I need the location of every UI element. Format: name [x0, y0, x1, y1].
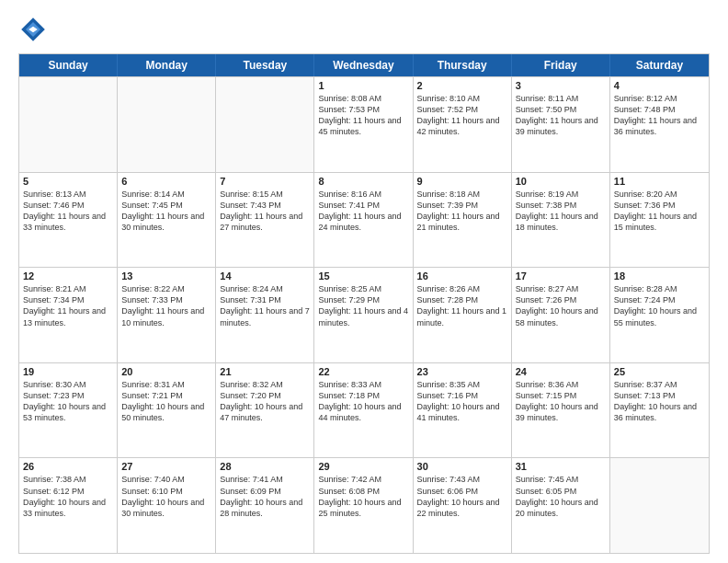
day-info: Sunrise: 7:45 AM Sunset: 6:05 PM Dayligh… [516, 474, 606, 519]
day-info: Sunrise: 8:22 AM Sunset: 7:33 PM Dayligh… [121, 283, 211, 328]
day-number: 31 [516, 461, 606, 472]
day-cell-19: 19Sunrise: 8:30 AM Sunset: 7:23 PM Dayli… [19, 363, 118, 458]
day-number: 6 [121, 176, 211, 187]
day-number: 20 [121, 366, 211, 377]
day-info: Sunrise: 8:33 AM Sunset: 7:18 PM Dayligh… [318, 379, 408, 424]
day-cell-20: 20Sunrise: 8:31 AM Sunset: 7:21 PM Dayli… [118, 363, 216, 458]
day-cell-empty-0-2 [216, 77, 314, 172]
day-cell-30: 30Sunrise: 7:43 AM Sunset: 6:06 PM Dayli… [414, 458, 512, 553]
day-info: Sunrise: 8:30 AM Sunset: 7:23 PM Dayligh… [23, 379, 113, 424]
day-number: 25 [614, 366, 705, 377]
day-info: Sunrise: 8:12 AM Sunset: 7:48 PM Dayligh… [614, 93, 705, 138]
day-number: 27 [121, 461, 211, 472]
calendar-row-2: 5Sunrise: 8:13 AM Sunset: 7:46 PM Daylig… [19, 172, 709, 268]
day-cell-24: 24Sunrise: 8:36 AM Sunset: 7:15 PM Dayli… [512, 363, 610, 458]
day-number: 2 [417, 80, 507, 91]
day-cell-27: 27Sunrise: 7:40 AM Sunset: 6:10 PM Dayli… [118, 458, 216, 553]
day-number: 22 [318, 366, 408, 377]
day-info: Sunrise: 7:43 AM Sunset: 6:06 PM Dayligh… [417, 474, 507, 519]
day-cell-31: 31Sunrise: 7:45 AM Sunset: 6:05 PM Dayli… [512, 458, 610, 553]
day-info: Sunrise: 8:31 AM Sunset: 7:21 PM Dayligh… [121, 379, 211, 424]
header [18, 15, 710, 44]
day-number: 12 [23, 270, 113, 282]
day-cell-1: 1Sunrise: 8:08 AM Sunset: 7:53 PM Daylig… [314, 77, 413, 172]
day-number: 9 [417, 176, 507, 187]
calendar-header: SundayMondayTuesdayWednesdayThursdayFrid… [19, 54, 709, 76]
day-number: 15 [318, 270, 408, 282]
weekday-header-saturday: Saturday [610, 54, 709, 76]
day-cell-10: 10Sunrise: 8:19 AM Sunset: 7:38 PM Dayli… [512, 173, 610, 268]
day-number: 3 [516, 80, 606, 91]
day-info: Sunrise: 8:36 AM Sunset: 7:15 PM Dayligh… [516, 379, 606, 424]
day-cell-18: 18Sunrise: 8:28 AM Sunset: 7:24 PM Dayli… [610, 268, 709, 362]
day-number: 14 [220, 270, 310, 282]
day-number: 13 [121, 270, 211, 282]
day-cell-6: 6Sunrise: 8:14 AM Sunset: 7:45 PM Daylig… [118, 173, 216, 268]
calendar-row-5: 26Sunrise: 7:38 AM Sunset: 6:12 PM Dayli… [19, 457, 709, 553]
day-cell-11: 11Sunrise: 8:20 AM Sunset: 7:36 PM Dayli… [610, 173, 709, 268]
day-cell-empty-0-1 [118, 77, 216, 172]
day-info: Sunrise: 8:27 AM Sunset: 7:26 PM Dayligh… [516, 283, 606, 328]
day-info: Sunrise: 8:20 AM Sunset: 7:36 PM Dayligh… [614, 189, 705, 234]
day-info: Sunrise: 8:35 AM Sunset: 7:16 PM Dayligh… [417, 379, 507, 424]
weekday-header-thursday: Thursday [414, 54, 512, 76]
day-cell-3: 3Sunrise: 8:11 AM Sunset: 7:50 PM Daylig… [512, 77, 610, 172]
calendar-row-4: 19Sunrise: 8:30 AM Sunset: 7:23 PM Dayli… [19, 362, 709, 458]
day-cell-28: 28Sunrise: 7:41 AM Sunset: 6:09 PM Dayli… [216, 458, 314, 553]
weekday-header-sunday: Sunday [19, 54, 118, 76]
day-cell-empty-4-6 [610, 458, 709, 553]
day-info: Sunrise: 8:15 AM Sunset: 7:43 PM Dayligh… [220, 189, 310, 234]
day-info: Sunrise: 7:40 AM Sunset: 6:10 PM Dayligh… [121, 474, 211, 519]
weekday-header-wednesday: Wednesday [314, 54, 413, 76]
day-number: 4 [614, 80, 705, 91]
day-number: 30 [417, 461, 507, 472]
day-info: Sunrise: 7:41 AM Sunset: 6:09 PM Dayligh… [220, 474, 310, 519]
day-info: Sunrise: 8:28 AM Sunset: 7:24 PM Dayligh… [614, 283, 705, 328]
weekday-header-tuesday: Tuesday [216, 54, 314, 76]
day-info: Sunrise: 7:42 AM Sunset: 6:08 PM Dayligh… [318, 474, 408, 519]
day-cell-14: 14Sunrise: 8:24 AM Sunset: 7:31 PM Dayli… [216, 268, 314, 362]
day-number: 5 [23, 176, 113, 187]
day-cell-5: 5Sunrise: 8:13 AM Sunset: 7:46 PM Daylig… [19, 173, 118, 268]
day-cell-12: 12Sunrise: 8:21 AM Sunset: 7:34 PM Dayli… [19, 268, 118, 362]
day-info: Sunrise: 8:13 AM Sunset: 7:46 PM Dayligh… [23, 189, 113, 234]
day-number: 8 [318, 176, 408, 187]
day-number: 29 [318, 461, 408, 472]
logo [18, 15, 51, 44]
logo-icon [18, 15, 48, 44]
day-number: 26 [23, 461, 113, 472]
day-info: Sunrise: 8:19 AM Sunset: 7:38 PM Dayligh… [516, 189, 606, 234]
day-number: 11 [614, 176, 705, 187]
day-cell-23: 23Sunrise: 8:35 AM Sunset: 7:16 PM Dayli… [414, 363, 512, 458]
day-info: Sunrise: 8:21 AM Sunset: 7:34 PM Dayligh… [23, 283, 113, 328]
day-info: Sunrise: 8:08 AM Sunset: 7:53 PM Dayligh… [318, 93, 408, 138]
day-cell-9: 9Sunrise: 8:18 AM Sunset: 7:39 PM Daylig… [414, 173, 512, 268]
day-info: Sunrise: 8:24 AM Sunset: 7:31 PM Dayligh… [220, 283, 310, 328]
day-cell-15: 15Sunrise: 8:25 AM Sunset: 7:29 PM Dayli… [314, 268, 413, 362]
day-cell-22: 22Sunrise: 8:33 AM Sunset: 7:18 PM Dayli… [314, 363, 413, 458]
day-cell-8: 8Sunrise: 8:16 AM Sunset: 7:41 PM Daylig… [314, 173, 413, 268]
day-cell-17: 17Sunrise: 8:27 AM Sunset: 7:26 PM Dayli… [512, 268, 610, 362]
day-number: 23 [417, 366, 507, 377]
day-cell-26: 26Sunrise: 7:38 AM Sunset: 6:12 PM Dayli… [19, 458, 118, 553]
day-info: Sunrise: 8:16 AM Sunset: 7:41 PM Dayligh… [318, 189, 408, 234]
weekday-header-friday: Friday [512, 54, 610, 76]
day-info: Sunrise: 8:10 AM Sunset: 7:52 PM Dayligh… [417, 93, 507, 138]
day-number: 10 [516, 176, 606, 187]
day-info: Sunrise: 7:38 AM Sunset: 6:12 PM Dayligh… [23, 474, 113, 519]
day-cell-empty-0-0 [19, 77, 118, 172]
day-cell-29: 29Sunrise: 7:42 AM Sunset: 6:08 PM Dayli… [314, 458, 413, 553]
day-info: Sunrise: 8:26 AM Sunset: 7:28 PM Dayligh… [417, 283, 507, 328]
day-info: Sunrise: 8:14 AM Sunset: 7:45 PM Dayligh… [121, 189, 211, 234]
day-info: Sunrise: 8:18 AM Sunset: 7:39 PM Dayligh… [417, 189, 507, 234]
weekday-header-monday: Monday [118, 54, 216, 76]
day-info: Sunrise: 8:32 AM Sunset: 7:20 PM Dayligh… [220, 379, 310, 424]
day-info: Sunrise: 8:25 AM Sunset: 7:29 PM Dayligh… [318, 283, 408, 328]
day-cell-25: 25Sunrise: 8:37 AM Sunset: 7:13 PM Dayli… [610, 363, 709, 458]
day-number: 18 [614, 270, 705, 282]
calendar-row-1: 1Sunrise: 8:08 AM Sunset: 7:53 PM Daylig… [19, 76, 709, 172]
day-cell-2: 2Sunrise: 8:10 AM Sunset: 7:52 PM Daylig… [414, 77, 512, 172]
day-number: 28 [220, 461, 310, 472]
calendar-body: 1Sunrise: 8:08 AM Sunset: 7:53 PM Daylig… [19, 76, 709, 553]
day-info: Sunrise: 8:37 AM Sunset: 7:13 PM Dayligh… [614, 379, 705, 424]
